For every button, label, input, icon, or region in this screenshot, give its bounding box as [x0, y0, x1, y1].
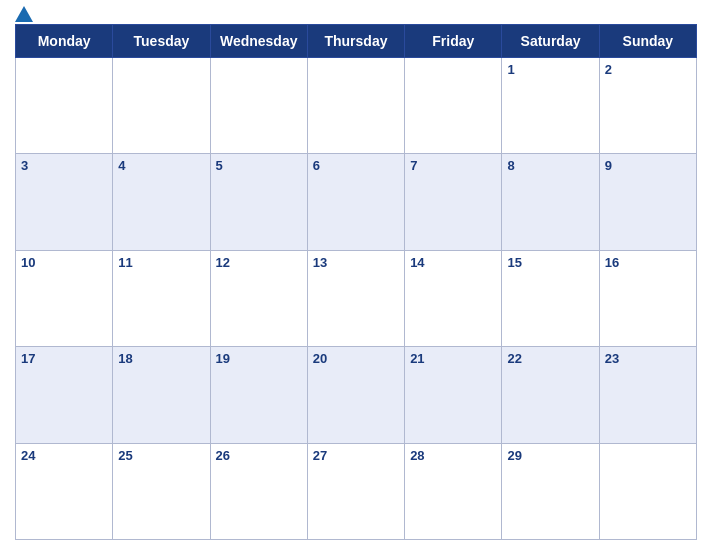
weekday-thursday: Thursday [307, 25, 404, 58]
day-number: 20 [313, 351, 327, 366]
day-number: 5 [216, 158, 223, 173]
day-cell-22: 22 [502, 347, 599, 443]
day-number: 18 [118, 351, 132, 366]
day-number: 26 [216, 448, 230, 463]
day-cell-24: 24 [16, 443, 113, 539]
day-cell-13: 13 [307, 250, 404, 346]
logo [15, 6, 33, 22]
day-cell-9: 9 [599, 154, 696, 250]
day-cell-11: 11 [113, 250, 210, 346]
day-number: 16 [605, 255, 619, 270]
weekday-wednesday: Wednesday [210, 25, 307, 58]
week-row-3: 10111213141516 [16, 250, 697, 346]
day-cell-3: 3 [16, 154, 113, 250]
day-number: 15 [507, 255, 521, 270]
day-number: 28 [410, 448, 424, 463]
empty-day-cell [307, 58, 404, 154]
day-cell-18: 18 [113, 347, 210, 443]
day-cell-5: 5 [210, 154, 307, 250]
day-number: 2 [605, 62, 612, 77]
week-row-4: 17181920212223 [16, 347, 697, 443]
day-cell-6: 6 [307, 154, 404, 250]
empty-day-cell [16, 58, 113, 154]
day-cell-23: 23 [599, 347, 696, 443]
day-cell-4: 4 [113, 154, 210, 250]
day-cell-16: 16 [599, 250, 696, 346]
day-number: 6 [313, 158, 320, 173]
day-cell-19: 19 [210, 347, 307, 443]
day-number: 10 [21, 255, 35, 270]
day-number: 29 [507, 448, 521, 463]
day-number: 12 [216, 255, 230, 270]
day-number: 3 [21, 158, 28, 173]
day-cell-27: 27 [307, 443, 404, 539]
day-cell-28: 28 [405, 443, 502, 539]
empty-day-cell [113, 58, 210, 154]
day-cell-17: 17 [16, 347, 113, 443]
day-number: 21 [410, 351, 424, 366]
day-number: 1 [507, 62, 514, 77]
empty-day-cell [210, 58, 307, 154]
day-number: 24 [21, 448, 35, 463]
day-number: 4 [118, 158, 125, 173]
day-cell-21: 21 [405, 347, 502, 443]
day-number: 14 [410, 255, 424, 270]
day-cell-10: 10 [16, 250, 113, 346]
week-row-5: 242526272829 [16, 443, 697, 539]
logo-icon [15, 6, 33, 22]
calendar-table: MondayTuesdayWednesdayThursdayFridaySatu… [15, 24, 697, 540]
weekday-saturday: Saturday [502, 25, 599, 58]
calendar-header [15, 10, 697, 18]
day-number: 8 [507, 158, 514, 173]
day-number: 19 [216, 351, 230, 366]
day-number: 9 [605, 158, 612, 173]
week-row-1: 12 [16, 58, 697, 154]
weekday-header-row: MondayTuesdayWednesdayThursdayFridaySatu… [16, 25, 697, 58]
empty-day-cell [599, 443, 696, 539]
day-cell-25: 25 [113, 443, 210, 539]
day-cell-29: 29 [502, 443, 599, 539]
empty-day-cell [405, 58, 502, 154]
day-number: 13 [313, 255, 327, 270]
day-cell-8: 8 [502, 154, 599, 250]
day-cell-1: 1 [502, 58, 599, 154]
day-number: 11 [118, 255, 132, 270]
weekday-sunday: Sunday [599, 25, 696, 58]
weekday-tuesday: Tuesday [113, 25, 210, 58]
day-cell-20: 20 [307, 347, 404, 443]
weekday-monday: Monday [16, 25, 113, 58]
day-cell-7: 7 [405, 154, 502, 250]
day-number: 7 [410, 158, 417, 173]
week-row-2: 3456789 [16, 154, 697, 250]
day-cell-14: 14 [405, 250, 502, 346]
svg-marker-0 [15, 6, 33, 22]
day-cell-2: 2 [599, 58, 696, 154]
day-number: 27 [313, 448, 327, 463]
day-cell-26: 26 [210, 443, 307, 539]
day-number: 22 [507, 351, 521, 366]
day-number: 23 [605, 351, 619, 366]
day-cell-12: 12 [210, 250, 307, 346]
day-number: 25 [118, 448, 132, 463]
day-number: 17 [21, 351, 35, 366]
day-cell-15: 15 [502, 250, 599, 346]
weekday-friday: Friday [405, 25, 502, 58]
